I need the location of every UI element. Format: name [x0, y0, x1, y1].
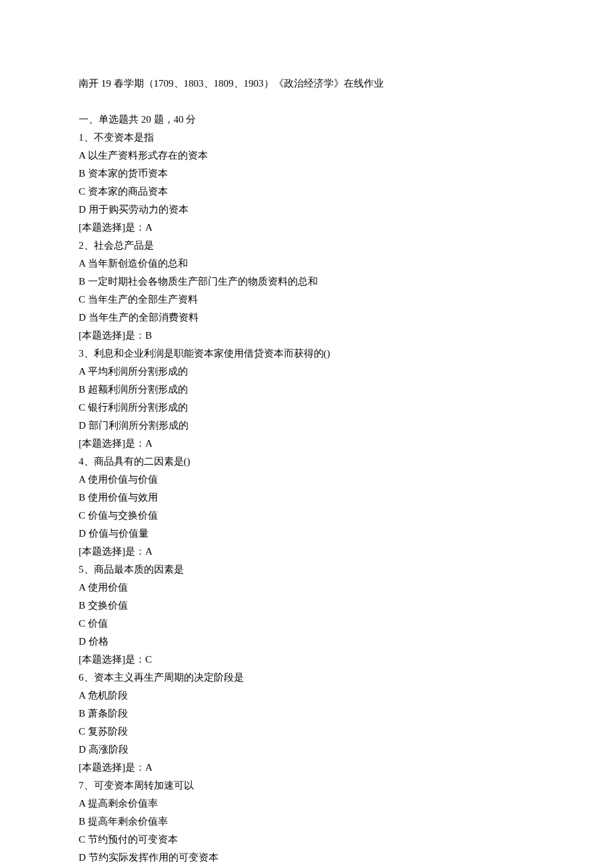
question-option: C 资本家的商品资本 [79, 183, 534, 201]
question-answer: [本题选择]是：C [79, 651, 534, 669]
question-answer: [本题选择]是：A [79, 219, 534, 237]
section-header: 一、单选题共 20 题，40 分 [79, 111, 534, 129]
question-block: 7、可变资本周转加速可以A 提高剩余价值率B 提高年剩余价值率C 节约预付的可变… [79, 777, 534, 867]
question-stem: 3、利息和企业利润是职能资本家使用借贷资本而获得的() [79, 345, 534, 363]
section-header-text: 一、单选题共 20 题，40 分 [79, 111, 534, 129]
question-option: C 节约预付的可变资本 [79, 831, 534, 849]
question-answer: [本题选择]是：A [79, 435, 534, 453]
document-page: 南开 19 春学期（1709、1803、1809、1903）《政治经济学》在线作… [0, 0, 613, 868]
question-option: A 提高剩余价值率 [79, 795, 534, 813]
question-stem: 4、商品具有的二因素是() [79, 453, 534, 471]
question-block: 2、社会总产品是A 当年新创造价值的总和B 一定时期社会各物质生产部门生产的物质… [79, 237, 534, 345]
question-option: C 当年生产的全部生产资料 [79, 291, 534, 309]
question-answer: [本题选择]是：B [79, 327, 534, 345]
question-answer: [本题选择]是：A [79, 543, 534, 561]
question-option: D 价格 [79, 633, 534, 651]
question-block: 1、不变资本是指A 以生产资料形式存在的资本B 资本家的货币资本C 资本家的商品… [79, 129, 534, 237]
question-option: A 当年新创造价值的总和 [79, 255, 534, 273]
question-option: A 危机阶段 [79, 687, 534, 705]
question-option: B 一定时期社会各物质生产部门生产的物质资料的总和 [79, 273, 534, 291]
question-option: D 部门利润所分割形成的 [79, 417, 534, 435]
question-option: D 高涨阶段 [79, 741, 534, 759]
question-option: D 价值与价值量 [79, 525, 534, 543]
questions-container: 1、不变资本是指A 以生产资料形式存在的资本B 资本家的货币资本C 资本家的商品… [79, 129, 534, 867]
question-option: D 节约实际发挥作用的可变资本 [79, 849, 534, 867]
question-option: C 价值 [79, 615, 534, 633]
question-stem: 6、资本主义再生产周期的决定阶段是 [79, 669, 534, 687]
question-option: C 银行利润所分割形成的 [79, 399, 534, 417]
question-option: B 使用价值与效用 [79, 489, 534, 507]
question-option: B 超额利润所分割形成的 [79, 381, 534, 399]
question-stem: 1、不变资本是指 [79, 129, 534, 147]
question-block: 6、资本主义再生产周期的决定阶段是A 危机阶段B 萧条阶段C 复苏阶段D 高涨阶… [79, 669, 534, 777]
question-block: 5、商品最本质的因素是A 使用价值B 交换价值C 价值D 价格[本题选择]是：C [79, 561, 534, 669]
question-stem: 2、社会总产品是 [79, 237, 534, 255]
question-option: B 萧条阶段 [79, 705, 534, 723]
question-stem: 7、可变资本周转加速可以 [79, 777, 534, 795]
question-block: 4、商品具有的二因素是()A 使用价值与价值B 使用价值与效用C 价值与交换价值… [79, 453, 534, 561]
title-text: 南开 19 春学期（1709、1803、1809、1903）《政治经济学》在线作… [79, 75, 534, 93]
question-option: C 价值与交换价值 [79, 507, 534, 525]
question-option: A 使用价值与价值 [79, 471, 534, 489]
question-option: A 使用价值 [79, 579, 534, 597]
question-option: D 用于购买劳动力的资本 [79, 201, 534, 219]
question-option: D 当年生产的全部消费资料 [79, 309, 534, 327]
question-option: C 复苏阶段 [79, 723, 534, 741]
question-stem: 5、商品最本质的因素是 [79, 561, 534, 579]
question-block: 3、利息和企业利润是职能资本家使用借贷资本而获得的()A 平均利润所分割形成的B… [79, 345, 534, 453]
page-title: 南开 19 春学期（1709、1803、1809、1903）《政治经济学》在线作… [79, 75, 534, 93]
question-option: B 交换价值 [79, 597, 534, 615]
question-option: A 平均利润所分割形成的 [79, 363, 534, 381]
question-answer: [本题选择]是：A [79, 759, 534, 777]
question-option: B 资本家的货币资本 [79, 165, 534, 183]
question-option: B 提高年剩余价值率 [79, 813, 534, 831]
question-option: A 以生产资料形式存在的资本 [79, 147, 534, 165]
